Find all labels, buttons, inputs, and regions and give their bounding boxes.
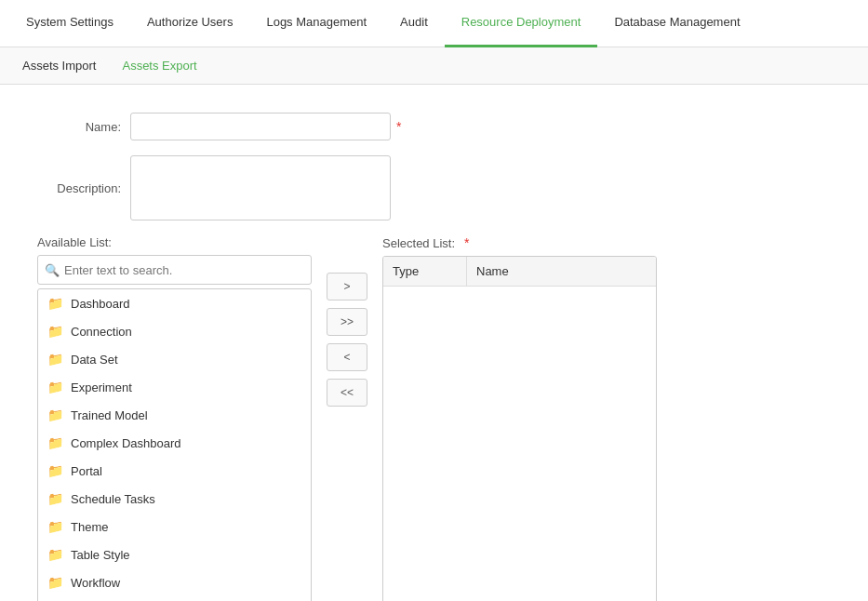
- available-list-box[interactable]: 📁 Dashboard 📁 Connection 📁 Data Set 📁 Ex…: [37, 288, 312, 601]
- subnav-assets-import[interactable]: Assets Import: [9, 47, 109, 85]
- subnav-assets-export[interactable]: Assets Export: [109, 47, 209, 85]
- list-item[interactable]: 📁 Experiment: [38, 373, 311, 401]
- nav-resource-deployment[interactable]: Resource Deployment: [445, 0, 598, 47]
- folder-icon: 📁: [47, 407, 63, 422]
- list-item[interactable]: 📁 Portal: [38, 457, 311, 485]
- search-input[interactable]: [37, 255, 312, 285]
- move-left-single-button[interactable]: <: [327, 343, 367, 371]
- folder-icon: 📁: [47, 296, 63, 311]
- nav-authorize-users[interactable]: Authorize Users: [130, 0, 249, 47]
- transfer-buttons: > >> < <<: [327, 273, 367, 407]
- list-item[interactable]: 📁 Workflow: [38, 568, 311, 596]
- move-right-single-button[interactable]: >: [327, 273, 367, 300]
- nav-audit[interactable]: Audit: [383, 0, 445, 47]
- folder-icon: 📁: [47, 324, 63, 339]
- folder-icon: 📁: [47, 491, 63, 506]
- list-item[interactable]: 📁 Connection: [38, 317, 311, 345]
- description-label: Description:: [37, 181, 130, 195]
- main-content: Name: * Description: Available List: 🔍 📁…: [0, 85, 868, 601]
- move-right-all-button[interactable]: >>: [327, 308, 367, 336]
- selected-required-star: *: [464, 235, 469, 250]
- folder-icon: 📁: [47, 435, 63, 450]
- search-icon: 🔍: [45, 263, 60, 277]
- sub-nav: Assets Import Assets Export: [0, 47, 868, 85]
- folder-icon: 📁: [47, 352, 63, 367]
- name-input[interactable]: [130, 113, 391, 140]
- folder-icon: 📁: [47, 380, 63, 394]
- available-list-section: Available List: 🔍 📁 Dashboard 📁 Connecti…: [37, 235, 312, 601]
- lists-area: Available List: 🔍 📁 Dashboard 📁 Connecti…: [37, 235, 831, 601]
- selected-list-label: Selected List: *: [382, 235, 657, 250]
- top-nav: System Settings Authorize Users Logs Man…: [0, 0, 868, 47]
- list-item[interactable]: 📁 Trained Model: [38, 401, 311, 429]
- folder-icon: 📁: [47, 575, 63, 590]
- selected-list-header: Type Name: [383, 257, 656, 287]
- description-row: Description:: [37, 155, 831, 220]
- name-row: Name: *: [37, 113, 831, 140]
- nav-system-settings[interactable]: System Settings: [9, 0, 130, 47]
- col-type-header: Type: [383, 257, 467, 286]
- move-left-all-button[interactable]: <<: [327, 379, 367, 407]
- folder-icon: 📁: [47, 519, 63, 534]
- name-required-star: *: [396, 119, 401, 134]
- list-item[interactable]: 📁 Table Style: [38, 541, 311, 568]
- folder-icon: 📁: [47, 463, 63, 478]
- list-item[interactable]: 📁 Schedule Tasks: [38, 485, 311, 513]
- name-label: Name:: [37, 120, 130, 134]
- nav-database-management[interactable]: Database Management: [597, 0, 756, 47]
- list-item[interactable]: 📁 Complex Dashboard: [38, 429, 311, 457]
- selected-list-section: Selected List: * Type Name: [382, 235, 657, 601]
- list-item[interactable]: 📁 Theme: [38, 513, 311, 541]
- list-item[interactable]: 📁 Data Set: [38, 345, 311, 373]
- nav-logs-management[interactable]: Logs Management: [249, 0, 383, 47]
- folder-icon: 📁: [47, 547, 63, 562]
- search-wrapper: 🔍: [37, 255, 312, 285]
- col-name-header: Name: [467, 257, 656, 286]
- list-item[interactable]: 📁 Dashboard: [38, 289, 311, 317]
- available-list-label: Available List:: [37, 235, 312, 249]
- selected-list-box: Type Name: [382, 256, 657, 601]
- description-input[interactable]: [130, 155, 391, 220]
